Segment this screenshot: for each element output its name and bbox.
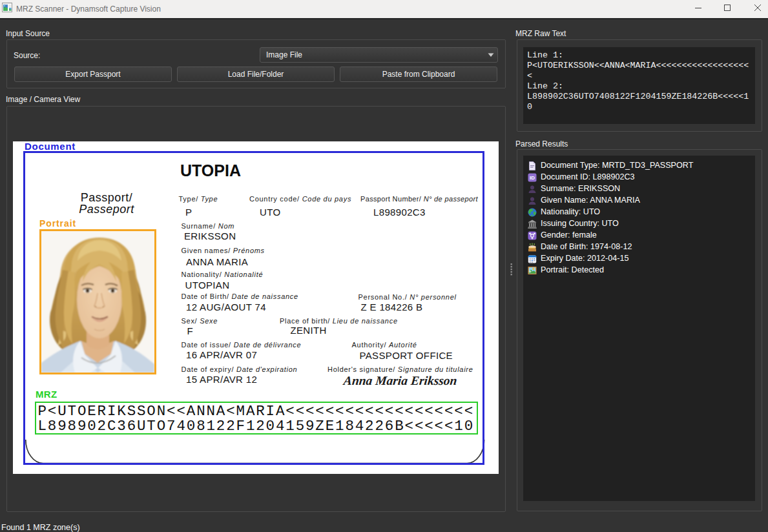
svg-text:ID: ID bbox=[530, 175, 535, 181]
